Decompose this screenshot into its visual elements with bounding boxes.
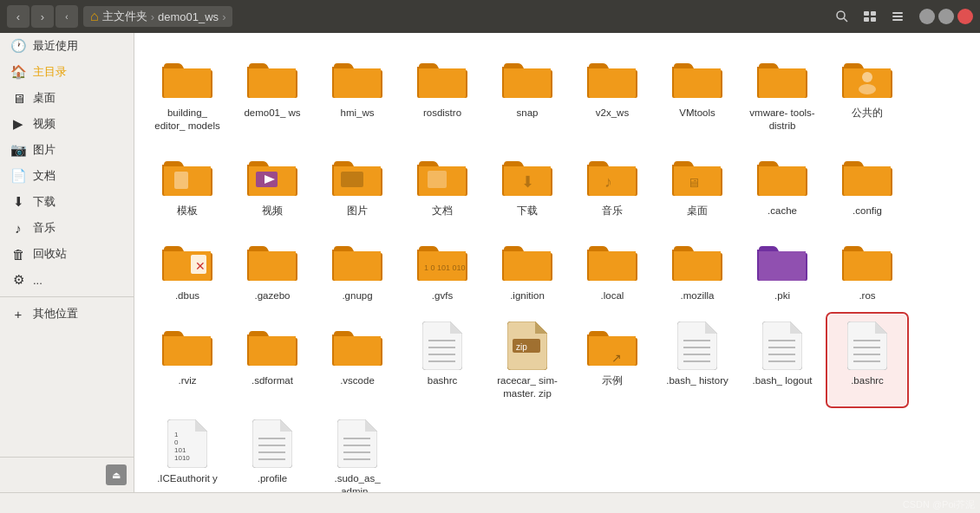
file-item-rosdistro[interactable]: rosdistro: [403, 47, 481, 138]
file-item-gvfs[interactable]: 1 0 101 010.gvfs: [403, 230, 481, 308]
svg-rect-15: [428, 171, 447, 188]
file-item-public[interactable]: 公共的: [828, 47, 906, 138]
file-label-racecar: racecar_ sim-master. zip: [492, 374, 563, 400]
file-item-profile[interactable]: .profile: [233, 412, 311, 492]
file-item-local[interactable]: .local: [573, 230, 651, 308]
svg-rect-8: [892, 19, 903, 21]
svg-text:1 0
101
010: 1 0 101 010: [424, 263, 466, 272]
file-item-music_folder[interactable]: ♪音乐: [573, 145, 651, 223]
sidebar-icon-download: ⬇: [10, 194, 26, 210]
maximize-button[interactable]: [938, 9, 954, 24]
svg-rect-4: [864, 17, 869, 22]
up-button[interactable]: ‹: [56, 5, 78, 28]
sidebar-item-recent[interactable]: 🕐最近使用: [0, 33, 134, 59]
search-icon: [835, 10, 849, 23]
file-label-video_folder: 视频: [262, 205, 283, 218]
sidebar-item-music[interactable]: ♪音乐: [0, 215, 134, 241]
view-toggle-button[interactable]: [859, 5, 881, 28]
back-button[interactable]: ‹: [7, 5, 29, 28]
search-button[interactable]: [831, 5, 853, 28]
sidebar-item-more[interactable]: ⚙...: [0, 267, 134, 293]
svg-text:♪: ♪: [604, 173, 612, 191]
file-area: building_ editor_ modelsdemo01_ wshmi_ws…: [134, 33, 980, 492]
file-item-document_folder[interactable]: 文档: [403, 145, 481, 223]
file-item-racecar[interactable]: zipracecar_ sim-master. zip: [488, 315, 566, 406]
eject-button[interactable]: ⏏: [106, 464, 127, 485]
file-item-hmi_ws[interactable]: hmi_ws: [318, 47, 396, 138]
home-icon: ⌂: [90, 9, 99, 24]
sidebar-label-picture: 图片: [33, 142, 56, 158]
file-icon-vscode: [331, 320, 383, 372]
sidebar-item-trash[interactable]: 🗑回收站: [0, 241, 134, 267]
file-item-v2x_ws[interactable]: v2x_ws: [573, 47, 651, 138]
file-item-template[interactable]: 模板: [148, 145, 226, 223]
file-label-profile: .profile: [258, 472, 288, 485]
file-item-bash_logout[interactable]: .bash_ logout: [743, 315, 821, 406]
file-item-ignition[interactable]: .ignition: [488, 230, 566, 308]
file-item-rviz[interactable]: .rviz: [148, 315, 226, 406]
file-item-video_folder[interactable]: 视频: [233, 145, 311, 223]
svg-text:0: 0: [174, 438, 179, 446]
file-label-bashrc_sel: .bashrc: [851, 374, 884, 387]
file-item-bash_history[interactable]: .bash_ history: [658, 315, 736, 406]
file-icon-template: [161, 150, 213, 202]
file-label-cache: .cache: [768, 205, 797, 218]
sidebar-item-picture[interactable]: 📷图片: [0, 137, 134, 163]
file-item-example[interactable]: ↗示例: [573, 315, 651, 406]
file-item-mozilla[interactable]: .mozilla: [658, 230, 736, 308]
file-item-snap[interactable]: snap: [488, 47, 566, 138]
sidebar-label-download: 下载: [33, 194, 56, 210]
file-item-dbus[interactable]: ✕.dbus: [148, 230, 226, 308]
sidebar-item-document[interactable]: 📄文档: [0, 163, 134, 189]
sidebar-label-trash: 回收站: [33, 246, 67, 262]
sidebar-icon-trash: 🗑: [10, 246, 26, 262]
file-item-sudo_admin[interactable]: .sudo_as_ admin_ successful: [318, 412, 396, 492]
file-label-vscode: .vscode: [340, 374, 375, 387]
view-icon: [863, 10, 877, 23]
file-item-bashrc_file[interactable]: bashrc: [403, 315, 481, 406]
file-item-vmware-tools-distrib[interactable]: vmware- tools- distrib: [743, 47, 821, 138]
file-icon-snap: [501, 52, 553, 104]
file-label-download_folder: 下载: [517, 205, 538, 218]
file-item-building_editor_models[interactable]: building_ editor_ models: [148, 47, 226, 138]
file-item-config[interactable]: .config: [828, 145, 906, 223]
sidebar-icon-desktop: 🖥: [10, 90, 26, 106]
file-item-download_folder[interactable]: ⬇下载: [488, 145, 566, 223]
svg-line-1: [844, 18, 847, 22]
file-icon-profile: [246, 418, 298, 470]
file-label-template: 模板: [177, 205, 198, 218]
file-item-ros[interactable]: .ros: [828, 230, 906, 308]
sidebar-item-download[interactable]: ⬇下载: [0, 189, 134, 215]
file-item-gnupg[interactable]: .gnupg: [318, 230, 396, 308]
sidebar-item-home[interactable]: 🏠主目录: [0, 59, 134, 85]
sidebar-label-other: 其他位置: [33, 306, 78, 321]
file-item-sdformat[interactable]: .sdformat: [233, 315, 311, 406]
breadcrumb-sub[interactable]: demo01_ws: [158, 10, 219, 23]
svg-point-9: [862, 72, 872, 82]
forward-button[interactable]: ›: [31, 5, 54, 28]
file-item-desktop_folder[interactable]: 🖥桌面: [658, 145, 736, 223]
file-item-gazebo[interactable]: .gazebo: [233, 230, 311, 308]
breadcrumb-home[interactable]: 主文件夹: [102, 9, 147, 24]
sidebar-item-other[interactable]: +其他位置: [0, 301, 134, 327]
file-icon-rosdistro: [416, 52, 468, 104]
titlebar: ‹ › ‹ ⌂ 主文件夹 › demo01_ws ›: [0, 0, 980, 33]
sidebar-label-recent: 最近使用: [33, 38, 78, 54]
minimize-button[interactable]: [919, 9, 935, 24]
file-item-picture_folder[interactable]: 图片: [318, 145, 396, 223]
menu-button[interactable]: [886, 5, 909, 28]
close-button[interactable]: [957, 9, 973, 24]
file-item-vscode[interactable]: .vscode: [318, 315, 396, 406]
file-label-sudo_admin: .sudo_as_ admin_ successful: [322, 472, 393, 492]
file-item-demo01_ws[interactable]: demo01_ ws: [233, 47, 311, 138]
file-icon-video_folder: [246, 150, 298, 202]
sidebar-item-desktop[interactable]: 🖥桌面: [0, 85, 134, 111]
file-label-v2x_ws: v2x_ws: [596, 107, 629, 120]
file-item-bashrc_sel[interactable]: .bashrc: [828, 315, 906, 406]
file-item-pki[interactable]: .pki: [743, 230, 821, 308]
file-item-VMtools[interactable]: VMtools: [658, 47, 736, 138]
file-icon-vmware-tools-distrib: [756, 52, 808, 104]
sidebar-item-video[interactable]: ▶视频: [0, 111, 134, 137]
file-item-iceauth[interactable]: 101011010.ICEauthorit y: [148, 412, 226, 492]
file-item-cache[interactable]: .cache: [743, 145, 821, 223]
